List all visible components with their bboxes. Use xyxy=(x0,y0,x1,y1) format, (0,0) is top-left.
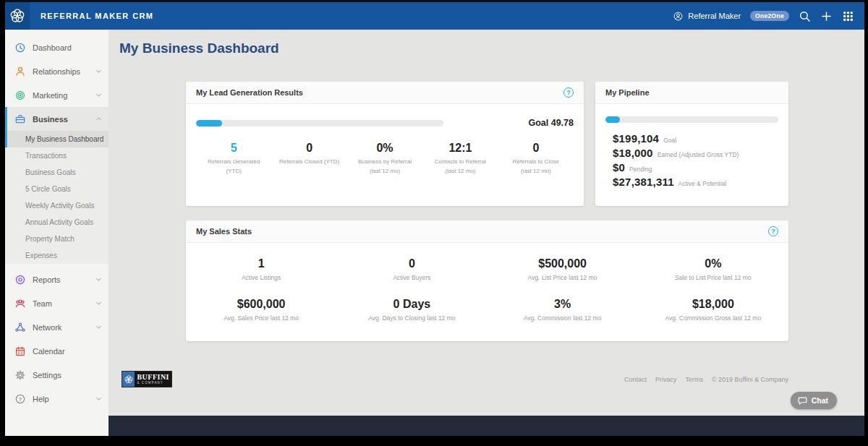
buffini-logo-mark xyxy=(122,372,135,387)
stat-avg-commission-gross: $18,000 Avg. Commission Gross last 12 mo xyxy=(638,298,788,324)
stat-value: 0 xyxy=(336,257,487,270)
relationships-icon xyxy=(14,66,26,77)
sidebar-subitem-expenses[interactable]: Expenses xyxy=(5,247,109,264)
sales-stats-card: My Sales Stats ? 1 Active Listings 0 Act… xyxy=(186,220,788,341)
sidebar-subitem-annual-activity-goals[interactable]: Annual Activity Goals xyxy=(5,214,109,231)
footer-link-contact[interactable]: Contact xyxy=(624,376,647,383)
chevron-down-icon xyxy=(95,323,103,331)
network-icon xyxy=(14,322,26,333)
brand-logo[interactable] xyxy=(5,2,30,30)
chat-button-label: Chat xyxy=(812,396,828,405)
pipeline-card: My Pipeline $199,104 Goal xyxy=(595,82,788,206)
pipeline-value: $199,104 xyxy=(613,132,659,145)
stat-value: 12:1 xyxy=(422,142,498,155)
user-account-menu[interactable]: Referral Maker xyxy=(673,11,741,22)
sidebar-subitem-5-circle-goals[interactable]: 5 Circle Goals xyxy=(5,181,109,197)
help-icon xyxy=(14,393,26,405)
sidebar-item-settings[interactable]: Settings xyxy=(5,363,109,387)
stat-avg-commission: 3% Avg. Commission last 12 mo xyxy=(488,298,638,324)
sidebar-item-label: Marketing xyxy=(33,91,67,100)
stat-avg-list-price: $500,000 Avg. List Price last 12 mo xyxy=(488,257,638,283)
card-title: My Sales Stats xyxy=(196,227,252,236)
apps-grid-icon[interactable] xyxy=(842,10,854,22)
help-icon[interactable]: ? xyxy=(563,87,574,98)
stat-referrals-generated: 5 Referrals Generated(YTD) xyxy=(196,142,271,176)
pipeline-label: Pending xyxy=(629,166,652,173)
sidebar-item-network[interactable]: Network xyxy=(5,315,109,339)
buffini-logo-subtext: & COMPANY xyxy=(137,381,169,385)
footer-link-terms[interactable]: Terms xyxy=(685,376,703,383)
sidebar-item-label: Team xyxy=(33,299,52,308)
lead-progress-bar xyxy=(196,120,443,126)
pipeline-row-active-potential: $27,381,311 Active & Potential xyxy=(613,176,778,188)
sidebar-item-label: Settings xyxy=(33,371,61,379)
stat-referrals-closed: 0 Referrals Closed (YTD) xyxy=(271,142,346,176)
chevron-down-icon xyxy=(95,275,103,283)
sidebar-subitem-weekly-activity-goals[interactable]: Weekly Activity Goals xyxy=(5,197,109,214)
pipeline-row-earned: $18,000 Earned (Adjusted Gross YTD) xyxy=(613,147,778,159)
pipeline-row-pending: $0 Pending xyxy=(613,161,778,173)
sidebar-subitem-property-match[interactable]: Property Match xyxy=(5,231,109,247)
stat-label: Sale to List Price last 12 mo xyxy=(638,273,788,283)
lead-goal-label: Goal 49.78 xyxy=(528,118,574,128)
sidebar-subitem-business-goals[interactable]: Business Goals xyxy=(5,164,109,181)
stat-label: Referrals Closed (YTD) xyxy=(271,158,346,167)
main-content: My Business Dashboard My Lead Generation… xyxy=(109,30,864,436)
business-submenu: My Business Dashboard Transactions Busin… xyxy=(5,131,109,264)
stat-label: Avg. Days to Closing last 12 mo xyxy=(336,314,487,324)
stat-label: Avg. Commission last 12 mo xyxy=(488,314,638,324)
app-title: REFERRAL MAKER CRM xyxy=(41,12,153,20)
pipeline-progress-bar xyxy=(605,116,778,123)
stat-label: Avg. List Price last 12 mo xyxy=(488,273,638,283)
stat-active-listings: 1 Active Listings xyxy=(186,257,336,283)
help-icon[interactable]: ? xyxy=(768,226,778,236)
stat-label: Avg. Sales Price last 12 mo xyxy=(186,314,336,324)
sidebar-subitem-transactions[interactable]: Transactions xyxy=(5,147,109,164)
sidebar-item-relationships[interactable]: Relationships xyxy=(5,59,109,83)
sidebar-item-team[interactable]: Team xyxy=(5,291,109,315)
sidebar: Dashboard Relationships Marketing Busine… xyxy=(5,30,109,436)
sidebar-item-label: Network xyxy=(33,323,61,332)
stat-value: 3% xyxy=(488,298,638,311)
settings-gear-icon xyxy=(14,369,26,381)
stat-contacts-to-referral: 12:1 Contacts to Referral(last 12 mo) xyxy=(422,142,498,176)
footer-link-privacy[interactable]: Privacy xyxy=(655,376,677,383)
sidebar-subitem-my-business-dashboard[interactable]: My Business Dashboard xyxy=(5,131,109,147)
sidebar-item-dashboard[interactable]: Dashboard xyxy=(5,35,109,59)
search-icon[interactable] xyxy=(799,10,811,22)
stat-active-buyers: 0 Active Buyers xyxy=(336,257,487,283)
sidebar-item-business[interactable]: Business xyxy=(5,107,109,131)
sidebar-item-calendar[interactable]: Calendar xyxy=(5,339,109,363)
pipeline-label: Active & Potential xyxy=(678,180,727,187)
stat-avg-days-to-closing: 0 Days Avg. Days to Closing last 12 mo xyxy=(336,298,487,324)
stat-label: Active Buyers xyxy=(336,273,487,283)
sidebar-item-label: Reports xyxy=(33,275,61,284)
top-navigation-bar: REFERRAL MAKER CRM Referral Maker One2On… xyxy=(5,0,864,30)
stat-sale-to-list-price: 0% Sale to List Price last 12 mo xyxy=(638,257,788,283)
stat-label: Business by Referral(last 12 mo) xyxy=(347,158,422,176)
sidebar-item-label: Dashboard xyxy=(33,43,72,52)
stat-referrals-to-close: 0 Referrals to Close(last 12 mo) xyxy=(498,142,574,176)
pipeline-progress-fill xyxy=(605,116,620,123)
user-avatar-icon xyxy=(673,11,684,22)
sidebar-item-help[interactable]: Help xyxy=(5,387,109,411)
reports-icon xyxy=(14,274,26,286)
flower-logo-icon xyxy=(9,7,26,25)
sidebar-item-reports[interactable]: Reports xyxy=(5,267,109,291)
sidebar-item-label: Business xyxy=(33,115,68,124)
user-name: Referral Maker xyxy=(688,12,741,20)
sidebar-item-marketing[interactable]: Marketing xyxy=(5,83,109,107)
stat-value: 0% xyxy=(347,142,422,155)
add-icon[interactable] xyxy=(820,10,833,22)
stat-label: Referrals to Close(last 12 mo) xyxy=(498,158,574,176)
stat-avg-sales-price: $600,000 Avg. Sales Price last 12 mo xyxy=(186,298,336,324)
stat-value: 1 xyxy=(186,257,336,270)
stat-label: Active Listings xyxy=(186,273,336,283)
pipeline-label: Earned (Adjusted Gross YTD) xyxy=(658,151,739,158)
one2one-badge[interactable]: One2One xyxy=(750,11,789,21)
business-icon xyxy=(14,113,26,125)
buffini-logo-text: BUFFINI xyxy=(137,373,169,381)
chevron-down-icon xyxy=(95,91,103,99)
page-title: My Business Dashboard xyxy=(119,40,864,57)
chat-button[interactable]: Chat xyxy=(791,392,837,409)
